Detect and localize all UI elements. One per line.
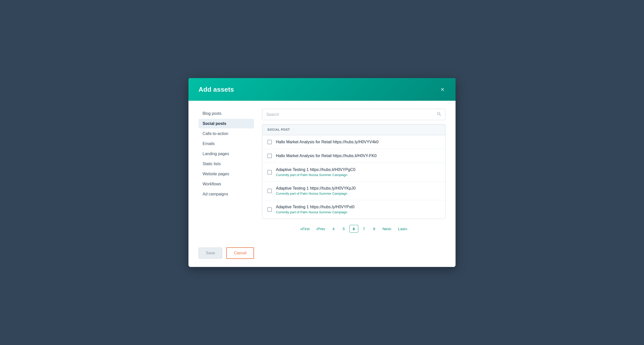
cancel-button[interactable]: Cancel: [226, 247, 254, 259]
asset-nav: Blog posts Social posts Calls-to-action …: [199, 109, 254, 236]
search-icon: [437, 112, 441, 117]
pagination-last-button[interactable]: Last »: [396, 225, 410, 232]
nav-item-website-pages[interactable]: Website pages: [199, 169, 254, 179]
pagination-page-4[interactable]: 4: [329, 225, 338, 233]
pagination-page-8[interactable]: 8: [370, 225, 378, 233]
pagination: « First ‹ Prev 4 5 6 7 8 Next ›: [262, 223, 445, 235]
pagination-page-6[interactable]: 6: [349, 225, 358, 233]
row-subtitle-5: Currently part of Palm Noosa Summer Camp…: [276, 210, 355, 214]
pagination-next-button[interactable]: Next ›: [380, 225, 394, 232]
pagination-first-button[interactable]: « First: [298, 225, 312, 232]
pagination-prev-button[interactable]: ‹ Prev: [314, 225, 328, 232]
modal-body: Blog posts Social posts Calls-to-action …: [188, 101, 456, 242]
table-row[interactable]: Adaptive Testing 1 https://hubs.ly/H0VYP…: [262, 200, 445, 219]
table-row[interactable]: Hallo Market Analysis for Retail https:/…: [262, 135, 445, 149]
table-row[interactable]: Adaptive Testing 1 https://hubs.ly/H0VYK…: [262, 182, 445, 200]
nav-item-static-lists[interactable]: Static lists: [199, 159, 254, 169]
pagination-last-label: Last: [398, 227, 405, 231]
close-button[interactable]: ×: [440, 85, 445, 94]
asset-content: SOCIAL POST Hallo Market Analysis for Re…: [262, 109, 445, 236]
pagination-first-label: First: [302, 227, 310, 231]
row-title-2: Hallo Market Analysis for Retail https:/…: [276, 154, 377, 158]
row-checkbox-1[interactable]: [267, 140, 272, 144]
chevron-right-icon: ›: [390, 227, 392, 231]
row-title-4: Adaptive Testing 1 https://hubs.ly/H0VYK…: [276, 186, 356, 191]
search-input[interactable]: [266, 112, 435, 117]
row-content-5: Adaptive Testing 1 https://hubs.ly/H0VYP…: [276, 205, 355, 214]
row-subtitle-4: Currently part of Palm Noosa Summer Camp…: [276, 192, 356, 195]
modal-header: Add assets ×: [188, 78, 456, 101]
double-chevron-right-icon: »: [405, 227, 407, 231]
nav-item-landing-pages[interactable]: Landing pages: [199, 149, 254, 159]
row-checkbox-4[interactable]: [267, 189, 272, 193]
search-bar: [262, 109, 445, 120]
pagination-page-7[interactable]: 7: [360, 225, 368, 233]
nav-item-emails[interactable]: Emails: [199, 139, 254, 149]
nav-item-calls-to-action[interactable]: Calls-to-action: [199, 129, 254, 139]
asset-table: SOCIAL POST Hallo Market Analysis for Re…: [262, 124, 445, 219]
row-checkbox-3[interactable]: [267, 170, 272, 175]
row-content-2: Hallo Market Analysis for Retail https:/…: [276, 154, 377, 158]
row-checkbox-5[interactable]: [267, 207, 272, 212]
svg-line-1: [439, 114, 441, 116]
nav-item-social-posts[interactable]: Social posts: [199, 119, 254, 128]
nav-item-ad-campaigns[interactable]: Ad campaigns: [199, 189, 254, 199]
modal-footer: Save Cancel: [188, 242, 456, 267]
pagination-prev-label: Prev: [317, 227, 325, 231]
add-assets-modal: Add assets × Blog posts Social posts Cal…: [188, 78, 456, 267]
row-title-3: Adaptive Testing 1 https://hubs.li/H0VYP…: [276, 167, 355, 172]
pagination-next-label: Next: [382, 227, 390, 231]
modal-backdrop: Add assets × Blog posts Social posts Cal…: [0, 0, 644, 345]
nav-item-workflows[interactable]: Workflows: [199, 179, 254, 189]
pagination-page-5[interactable]: 5: [339, 225, 348, 233]
row-title-5: Adaptive Testing 1 https://hubs.ly/H0VYP…: [276, 205, 355, 209]
save-button[interactable]: Save: [199, 248, 222, 259]
nav-item-blog-posts[interactable]: Blog posts: [199, 109, 254, 118]
table-row[interactable]: Hallo Market Analysis for Retail https:/…: [262, 149, 445, 163]
row-content-1: Hallo Market Analysis for Retail https:/…: [276, 140, 378, 144]
table-row[interactable]: Adaptive Testing 1 https://hubs.li/H0VYP…: [262, 163, 445, 182]
double-chevron-left-icon: «: [300, 227, 302, 231]
modal-title: Add assets: [199, 86, 234, 93]
row-content-4: Adaptive Testing 1 https://hubs.ly/H0VYK…: [276, 186, 356, 195]
row-content-3: Adaptive Testing 1 https://hubs.li/H0VYP…: [276, 167, 355, 177]
row-title-1: Hallo Market Analysis for Retail https:/…: [276, 140, 378, 144]
table-header: SOCIAL POST: [262, 124, 445, 135]
row-subtitle-3: Currently part of Palm Noosa Summer Camp…: [276, 173, 355, 177]
row-checkbox-2[interactable]: [267, 154, 272, 158]
